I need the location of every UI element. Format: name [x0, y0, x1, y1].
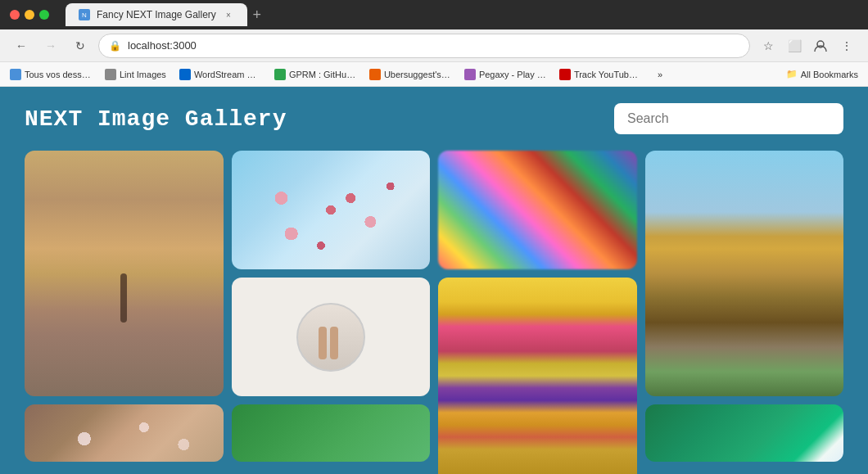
- refresh-button[interactable]: ↻: [69, 34, 92, 57]
- bookmark-item[interactable]: Tous vos dessins -...: [10, 69, 92, 80]
- bookmark-item[interactable]: Ubersuggest's Fre...: [369, 69, 451, 80]
- navigation-bar: ← → ↻ 🔒 localhost:3000 ☆ ⬜ ⋮: [0, 29, 868, 62]
- bookmark-label: GPRM : GitHub Pr...: [289, 70, 356, 79]
- image-card-building[interactable]: [645, 151, 844, 396]
- image-card-cherry-top[interactable]: [232, 151, 431, 269]
- image-card-cherry-bottom[interactable]: [25, 404, 224, 462]
- all-bookmarks[interactable]: 📁 All Bookmarks: [786, 69, 858, 79]
- address-bar[interactable]: 🔒 localhost:3000: [98, 34, 750, 58]
- app-header: NEXT Image Gallery: [25, 103, 843, 134]
- star-button[interactable]: ☆: [757, 34, 780, 57]
- image-card-desert[interactable]: [25, 151, 224, 396]
- bookmark-favicon: [10, 69, 21, 80]
- app-container: NEXT Image Gallery: [0, 87, 868, 474]
- more-bookmarks[interactable]: »: [658, 70, 662, 79]
- image-card-legs[interactable]: [232, 278, 431, 396]
- bookmark-item[interactable]: GPRM : GitHub Pr...: [274, 69, 356, 80]
- folder-icon: 📁: [786, 69, 798, 79]
- back-button[interactable]: ←: [10, 34, 33, 57]
- bookmark-favicon: [369, 69, 381, 80]
- url-display: localhost:3000: [128, 39, 197, 52]
- bookmark-favicon: [464, 69, 476, 80]
- close-button[interactable]: [10, 10, 20, 20]
- image-card-green[interactable]: [232, 404, 431, 462]
- bookmark-item[interactable]: Lint Images: [105, 69, 166, 80]
- bookmark-favicon: [105, 69, 116, 80]
- bookmark-favicon: [179, 69, 191, 80]
- app-title: NEXT Image Gallery: [25, 106, 287, 132]
- more-icon: »: [658, 70, 662, 79]
- active-tab[interactable]: N Fancy NEXT Image Gallery ×: [66, 3, 247, 26]
- bookmark-label: Track YouTube ana...: [574, 70, 641, 79]
- traffic-lights: [10, 10, 49, 20]
- image-card-colorful[interactable]: [438, 151, 637, 269]
- tab-favicon: N: [79, 9, 90, 20]
- all-bookmarks-label: All Bookmarks: [801, 70, 858, 79]
- bookmark-item[interactable]: Track YouTube ana...: [559, 69, 641, 80]
- bookmarks-bar: Tous vos dessins -... Lint Images WordSt…: [0, 62, 868, 87]
- title-bar: N Fancy NEXT Image Gallery × +: [0, 0, 868, 29]
- tab-bar: N Fancy NEXT Image Gallery × +: [66, 3, 858, 26]
- bookmark-favicon: [274, 69, 286, 80]
- image-card-bird[interactable]: [645, 404, 844, 462]
- browser-chrome: N Fancy NEXT Image Gallery × + ← → ↻ 🔒 l…: [0, 0, 868, 87]
- new-tab-button[interactable]: +: [247, 5, 267, 25]
- maximize-button[interactable]: [39, 10, 49, 20]
- more-button[interactable]: ⋮: [835, 34, 858, 57]
- incognito-button[interactable]: [809, 34, 832, 57]
- lock-icon: 🔒: [109, 40, 121, 52]
- tab-title: Fancy NEXT Image Gallery: [97, 9, 216, 20]
- forward-button[interactable]: →: [39, 34, 62, 57]
- image-grid: [25, 151, 843, 474]
- tab-close-button[interactable]: ×: [223, 9, 234, 20]
- bookmark-label: Pegaxy - Play to E...: [479, 70, 546, 79]
- bookmark-item[interactable]: WordStream Free...: [179, 69, 261, 80]
- bookmark-label: Ubersuggest's Fre...: [384, 70, 451, 79]
- bookmark-label: Tous vos dessins -...: [25, 70, 92, 79]
- minimize-button[interactable]: [25, 10, 34, 20]
- image-card-flowers[interactable]: [438, 278, 637, 474]
- extensions-button[interactable]: ⬜: [783, 34, 806, 57]
- bookmark-favicon: [559, 69, 571, 80]
- bookmark-label: WordStream Free...: [194, 70, 261, 79]
- search-input[interactable]: [614, 103, 843, 134]
- bookmark-label: Lint Images: [120, 70, 166, 79]
- bookmark-item[interactable]: Pegaxy - Play to E...: [464, 69, 546, 80]
- nav-actions: ☆ ⬜ ⋮: [757, 34, 858, 57]
